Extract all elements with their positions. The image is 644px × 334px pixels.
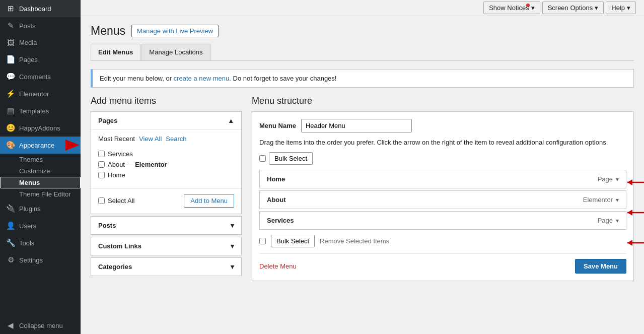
pages-collapse-icon: ▲ [228,117,234,124]
sidebar-item-elementor[interactable]: ⚡ Elementor [0,85,81,102]
plugins-icon: 🔌 [6,204,15,213]
bulk-select-button-top[interactable]: Bulk Select [269,152,313,165]
menu-name-label: Menu Name [259,122,296,129]
tabs-row: Edit Menus Manage Locations [91,44,634,61]
screen-options-button[interactable]: Screen Options ▾ [542,2,604,14]
sidebar-item-templates[interactable]: ▤ Templates [0,102,81,119]
add-to-menu-button[interactable]: Add to Menu [184,194,234,208]
sidebar-item-settings[interactable]: ⚙ Settings [0,251,81,269]
pages-item-home: Home [98,170,234,180]
right-panel: Menu structure Menu Name Drag the items … [252,96,634,281]
filter-search[interactable]: Search [166,134,186,144]
pages-accordion: Pages ▲ Most Recent View All Search [91,111,242,214]
posts-icon: ✎ [6,21,15,30]
filter-view-all[interactable]: View All [139,134,162,144]
help-button[interactable]: Help ▾ [606,2,636,14]
elementor-icon: ⚡ [6,89,15,98]
sidebar-sub-theme-file-editor[interactable]: Theme File Editor [0,188,81,200]
menu-item-home-right: Page ▾ [598,175,619,183]
sidebar-item-comments[interactable]: 💬 Comments [0,68,81,85]
menu-structure-box: Menu Name Drag the items into the order … [252,111,634,281]
custom-links-expand-icon: ▾ [231,242,234,250]
two-column-layout: Add menu items Pages ▲ Most Recent View … [91,96,634,281]
svg-marker-2 [627,179,632,185]
remove-selected-link[interactable]: Remove Selected Items [320,237,389,245]
happyaddons-icon: 😊 [6,123,15,132]
content-area: Menus Manage with Live Preview Edit Menu… [81,16,644,334]
sidebar-sub-customize[interactable]: Customize [0,165,81,177]
tab-manage-locations[interactable]: Manage Locations [141,44,210,60]
menu-item-services[interactable]: Services Page ▾ [259,211,626,230]
sidebar-item-plugins[interactable]: 🔌 Plugins [0,200,81,217]
sidebar-item-posts[interactable]: ✎ Posts [0,17,81,34]
add-to-menu-row: Select All Add to Menu [91,188,241,214]
bulk-select-bottom: Bulk Select Remove Selected Items [259,235,626,247]
checkbox-home[interactable] [98,172,105,178]
checkbox-select-all[interactable] [98,197,105,204]
comments-icon: 💬 [6,72,15,81]
checkbox-services[interactable] [98,151,105,157]
create-new-menu-link[interactable]: create a new menu [174,75,230,82]
bulk-select-checkbox-top[interactable] [259,155,266,162]
tools-icon: 🔧 [6,238,15,247]
appearance-icon: 🎨 [6,141,15,150]
menu-item-services-dropdown[interactable]: ▾ [616,217,619,224]
svg-marker-0 [65,140,80,151]
sidebar: ⊞ Dashboard ✎ Posts 🖼 Media 📄 Pages 💬 Co… [0,0,81,334]
live-preview-button[interactable]: Manage with Live Preview [131,25,219,37]
sidebar-item-tools[interactable]: 🔧 Tools [0,234,81,251]
categories-accordion: Categories ▾ [91,257,242,276]
sidebar-item-dashboard[interactable]: ⊞ Dashboard [0,0,81,17]
posts-accordion: Posts ▾ [91,216,242,235]
menu-structure-title: Menu structure [252,96,634,106]
menu-item-about-dropdown[interactable]: ▾ [616,196,619,204]
categories-accordion-header[interactable]: Categories ▾ [91,258,241,276]
sidebar-item-media[interactable]: 🖼 Media [0,34,81,51]
menu-item-home[interactable]: Home Page ▾ [259,170,626,188]
sidebar-item-users[interactable]: 👤 Users [0,217,81,234]
checkbox-about[interactable] [98,161,105,168]
sidebar-sub-themes[interactable]: Themes [0,154,81,165]
sidebar-item-collapse[interactable]: ◀ Collapse menu [0,317,81,334]
pages-item-about: About — Elementor [98,159,234,170]
save-menu-button[interactable]: Save Menu [575,259,626,274]
add-menu-items-title: Add menu items [91,96,242,106]
delete-menu-link[interactable]: Delete Menu [259,262,297,270]
menu-item-home-type: Page [598,175,613,183]
menu-name-input[interactable] [301,119,412,132]
bulk-select-button-bottom[interactable]: Bulk Select [271,235,315,247]
filter-most-recent[interactable]: Most Recent [98,134,135,144]
sidebar-item-appearance[interactable]: 🎨 Appearance [0,137,81,154]
screen-options-dropdown-icon: ▾ [595,4,598,12]
pages-accordion-body: Most Recent View All Search Services Abo… [91,129,241,186]
menu-name-row: Menu Name [259,119,626,132]
templates-icon: ▤ [6,106,15,115]
help-dropdown-icon: ▾ [627,4,630,12]
custom-links-accordion-header[interactable]: Custom Links ▾ [91,237,241,255]
menu-item-home-dropdown[interactable]: ▾ [616,176,619,183]
categories-expand-icon: ▾ [231,263,234,271]
sidebar-item-pages[interactable]: 📄 Pages [0,51,81,68]
settings-icon: ⚙ [6,255,15,264]
menu-item-services-type: Page [598,217,613,224]
sidebar-item-happyaddons[interactable]: 😊 HappyAddons [0,119,81,137]
dashboard-icon: ⊞ [6,4,15,13]
sidebar-sub-menus[interactable]: Menus [0,177,81,188]
posts-expand-icon: ▾ [231,222,234,229]
menu-item-about-right: Elementor ▾ [583,196,619,204]
pages-icon: 📄 [6,55,15,64]
show-notices-button[interactable]: Show Notices ▾ [483,2,540,14]
menu-item-about-label: About [267,196,286,204]
page-title: Menus [91,24,125,38]
bulk-select-checkbox-bottom[interactable] [259,238,266,244]
footer-row: Delete Menu Save Menu [259,253,626,274]
menu-items-container: Home Page ▾ About Elementor ▾ [259,170,626,230]
topbar: Show Notices ▾ Screen Options ▾ Help ▾ [81,0,644,16]
posts-accordion-header[interactable]: Posts ▾ [91,217,241,234]
menu-item-about[interactable]: About Elementor ▾ [259,190,626,209]
custom-links-accordion: Custom Links ▾ [91,237,242,255]
pages-accordion-header[interactable]: Pages ▲ [91,112,241,129]
menu-item-home-label: Home [267,175,285,183]
tab-edit-menus[interactable]: Edit Menus [91,44,140,60]
svg-marker-6 [627,240,632,246]
